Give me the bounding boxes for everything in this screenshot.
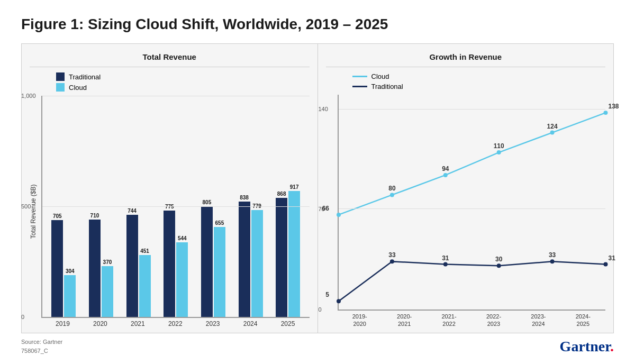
bar-rect-cloud-2020 [102,266,113,317]
legend-label-cloud: Cloud [69,84,87,92]
bar-rect-traditional-2022 [164,211,175,317]
bar-label-traditional-2025: 868 [277,191,286,197]
bar-rect-cloud-2023 [214,227,225,317]
source-code: 758067_C [21,347,62,356]
y-tick-1000: 1,000 [21,93,36,99]
trad-label-0: 5 [325,291,329,298]
footer: Source: Gartner 758067_C Gartner. [21,338,614,355]
cloud-dot-5 [603,111,607,115]
bar-label-cloud-2022: 544 [178,235,187,241]
trad-dot-5 [603,262,607,267]
bar-label-cloud-2021: 451 [140,248,149,254]
line-x-labels: 2019-20202020-20212021-20222022-20232023… [338,311,606,328]
line-x-label-2022-2023: 2022-2023 [471,313,516,328]
trad-dot-1 [389,259,394,263]
trad-dot-3 [496,263,501,268]
bar-cloud-2024: 779 [251,203,263,317]
bar-cloud-2021: 451 [139,248,151,317]
cloud-label-5: 138 [608,103,619,110]
gartner-dot-icon: . [610,338,614,354]
cloud-label-3: 110 [493,142,504,150]
line-x-label-2020-2021: 2020-2021 [382,313,427,328]
x-label-2020: 2020 [81,320,119,327]
bar-traditional-2020: 710 [89,213,101,317]
cloud-line [339,113,606,215]
bar-rect-traditional-2023 [201,206,213,317]
bar-cloud-2023: 655 [214,220,225,317]
legend-label-traditional: Traditional [69,73,101,81]
line-y-tick-70: 70 [319,206,325,212]
line-y-tick-0: 0 [319,306,322,313]
year-group-2025: 868917 [269,184,307,317]
charts-container: Total Revenue Traditional Cloud Total Re… [21,43,614,333]
gartner-logo: Gartner. [560,338,614,355]
year-group-2024: 838779 [232,195,269,317]
bar-x-labels: 2019202020212022202320242025 [41,318,310,327]
cloud-dot-3 [496,150,501,154]
line-gridline-top [339,109,606,110]
line-y-tick-140: 140 [319,106,328,112]
bar-chart-wrapper: Total Revenue ($B) 1,000 500 0 705304710… [30,96,310,327]
legend-box-cloud [56,83,65,92]
x-label-2024: 2024 [232,320,269,327]
right-chart-panel: Growth in Revenue Cloud Traditional 140 … [318,44,614,333]
bar-cloud-2022: 544 [176,235,188,317]
x-label-2021: 2021 [119,320,157,327]
cloud-label-2: 94 [442,165,449,172]
right-panel-title: Growth in Revenue [326,49,606,67]
trad-dot-4 [550,259,554,263]
bar-rect-cloud-2019 [64,275,76,317]
right-legend-line-traditional [352,86,367,87]
year-group-2022: 775544 [157,204,195,317]
left-panel-title: Total Revenue [30,49,310,67]
left-legend: Traditional Cloud [56,72,310,92]
source-block: Source: Gartner 758067_C [21,338,62,355]
right-legend-label-traditional: Traditional [371,83,403,90]
legend-box-traditional [56,72,65,81]
bar-rect-cloud-2024 [251,210,263,317]
gartner-text: Gartner [560,338,610,354]
line-x-label-2023-2024: 2023-2024 [516,313,560,328]
bar-label-traditional-2023: 805 [203,199,212,205]
bar-cloud-2019: 304 [64,268,76,317]
bar-label-cloud-2019: 304 [66,268,75,274]
right-legend: Cloud Traditional [352,72,606,90]
bar-chart-plot: 1,000 500 0 7053047103707444517755448056… [41,96,310,318]
left-chart-panel: Total Revenue Traditional Cloud Total Re… [22,44,318,333]
right-legend-label-cloud: Cloud [371,72,389,80]
line-chart-svg: 66580339431110301243313831 [339,95,606,310]
trad-label-1: 33 [388,251,396,259]
bar-traditional-2024: 838 [239,195,250,317]
cloud-label-1: 80 [388,185,396,192]
x-label-2019: 2019 [44,320,81,327]
traditional-line [339,261,606,301]
trad-label-2: 31 [442,254,449,262]
trad-label-3: 30 [495,256,503,263]
line-chart-plot: 140 70 0 66580339431110301243313831 [338,95,606,311]
main-title: Figure 1: Sizing Cloud Shift, Worldwide,… [21,16,614,33]
bars-container: 7053047103707444517755448056558387798689… [42,101,310,317]
bar-rect-traditional-2025 [276,198,287,317]
cloud-label-4: 124 [547,123,557,130]
bar-chart-inner: 1,000 500 0 7053047103707444517755448056… [41,96,310,327]
legend-item-traditional: Traditional [56,72,310,81]
bar-label-traditional-2019: 705 [53,213,62,219]
bar-rect-cloud-2025 [288,191,300,317]
y-axis-label: Total Revenue ($B) [30,96,39,327]
bar-label-traditional-2021: 744 [128,208,137,214]
line-x-label-2024-2025: 2024-2025 [561,313,605,328]
y-tick-500: 500 [21,203,31,210]
x-label-2023: 2023 [194,320,232,327]
cloud-dot-2 [443,173,447,177]
cloud-dot-4 [550,131,554,135]
bar-rect-traditional-2024 [239,202,250,317]
right-legend-cloud: Cloud [352,72,606,80]
line-x-label-2021-2022: 2021-2022 [427,313,471,328]
bar-rect-traditional-2021 [126,215,138,317]
x-label-2025: 2025 [269,320,307,327]
year-group-2023: 805655 [195,199,232,317]
trad-label-4: 33 [548,251,556,259]
bar-traditional-2021: 744 [126,208,138,317]
year-group-2020: 710370 [83,213,120,317]
gridline-mid [42,206,310,207]
